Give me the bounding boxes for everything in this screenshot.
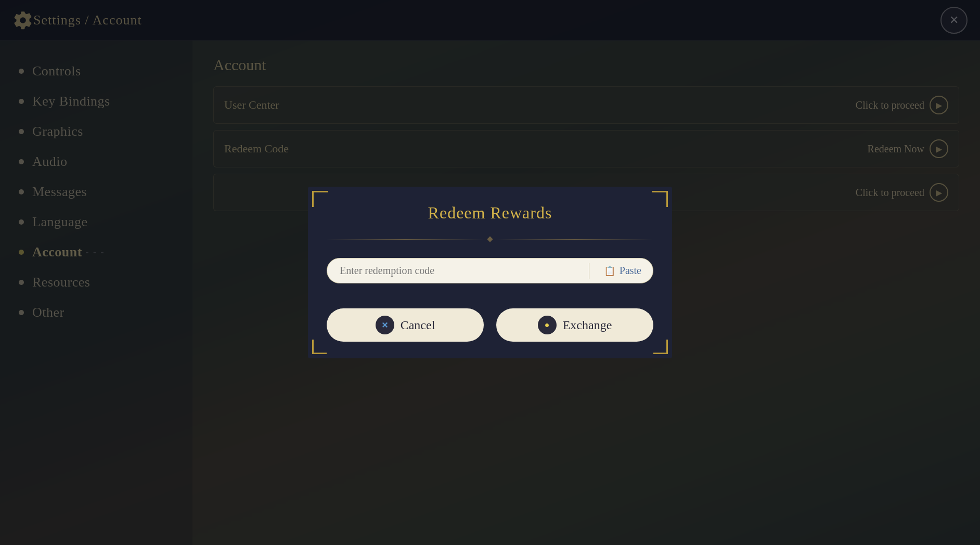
input-area[interactable]: 📋 Paste (327, 258, 653, 283)
cancel-icon: ✕ (376, 316, 394, 334)
paste-label: Paste (620, 265, 641, 277)
modal-title: Redeem Rewards (327, 203, 653, 223)
cancel-label: Cancel (401, 318, 435, 332)
divider-line-right (496, 239, 653, 240)
redemption-code-input[interactable] (340, 265, 583, 277)
exchange-button[interactable]: ● Exchange (496, 308, 653, 342)
redeem-modal: Redeem Rewards 📋 Paste ✕ Cancel ● Exch (308, 187, 672, 358)
exchange-icon: ● (538, 316, 557, 334)
exchange-label: Exchange (563, 318, 612, 332)
paste-icon: 📋 (604, 265, 615, 277)
corner-br (653, 340, 668, 354)
divider-line-left (327, 239, 484, 240)
divider-diamond (487, 236, 493, 242)
modal-buttons: ✕ Cancel ● Exchange (327, 308, 653, 342)
modal-overlay: Redeem Rewards 📋 Paste ✕ Cancel ● Exch (0, 0, 980, 545)
paste-button[interactable]: 📋 Paste (596, 262, 650, 280)
cancel-button[interactable]: ✕ Cancel (327, 308, 484, 342)
input-divider (589, 263, 589, 279)
corner-bl (312, 340, 327, 354)
modal-divider (327, 237, 653, 241)
